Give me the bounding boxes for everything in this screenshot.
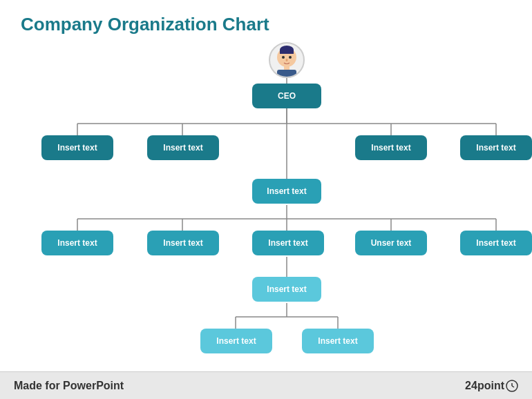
brand-name: 24point [465, 380, 504, 392]
clock-icon [506, 380, 518, 392]
row3-box-1[interactable]: Insert text [41, 231, 113, 255]
svg-rect-28 [277, 70, 296, 77]
row5-box-right[interactable]: Insert text [302, 329, 374, 353]
svg-point-26 [286, 59, 288, 61]
row1-box-3[interactable]: Insert text [355, 135, 427, 160]
avatar [269, 42, 305, 78]
footer-left-text: Made for PowerPoint [14, 380, 124, 392]
svg-line-31 [512, 386, 514, 387]
svg-rect-27 [284, 66, 289, 70]
row4-center-box[interactable]: Insert text [252, 277, 321, 302]
ceo-box[interactable]: CEO [252, 84, 321, 108]
row3-box-4[interactable]: Unser text [355, 231, 427, 255]
footer: Made for PowerPoint 24point [0, 371, 532, 399]
row2-center-box[interactable]: Insert text [252, 179, 321, 204]
row1-box-2[interactable]: Insert text [147, 135, 219, 160]
chart-area: CEO Insert text Insert text Insert text … [21, 42, 511, 360]
svg-point-24 [282, 56, 285, 59]
row3-box-2[interactable]: Insert text [147, 231, 219, 255]
row3-box-5[interactable]: Insert text [460, 231, 532, 255]
footer-right: 24point [465, 380, 518, 392]
row3-box-3[interactable]: Insert text [252, 231, 324, 255]
svg-point-25 [289, 56, 292, 59]
page-title: Company Organization Chart [21, 14, 511, 35]
row1-box-1[interactable]: Insert text [41, 135, 113, 160]
slide: Company Organization Chart [0, 0, 532, 371]
svg-rect-23 [280, 50, 294, 54]
row5-box-left[interactable]: Insert text [200, 329, 272, 353]
row1-box-4[interactable]: Insert text [460, 135, 532, 160]
